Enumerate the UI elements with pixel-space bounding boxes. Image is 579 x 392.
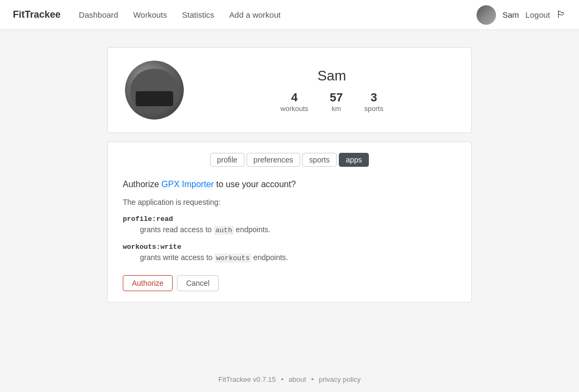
permission-workouts-write: workouts:write grants write access to wo… [123, 243, 456, 262]
profile-username: Sam [317, 68, 346, 84]
nav-workouts[interactable]: Workouts [132, 8, 168, 21]
stat-workouts: 4 workouts [280, 91, 308, 113]
requesting-text: The application is requesting: [123, 198, 456, 206]
nav-add-workout[interactable]: Add a workout [228, 8, 282, 21]
permission-name-1: workouts:write [123, 243, 456, 251]
nav-logout[interactable]: Logout [525, 10, 550, 19]
permission-name-0: profile:read [123, 215, 456, 223]
nav-avatar[interactable] [477, 5, 496, 25]
permission-profile-read: profile:read grants read access to auth … [123, 215, 456, 234]
stat-sports: 3 sports [365, 91, 383, 113]
visor [136, 91, 173, 106]
stat-km: 57 km [330, 91, 343, 113]
tabs-card: profile preferences sports apps Authoriz… [107, 142, 472, 302]
nav-dashboard[interactable]: Dashboard [78, 8, 119, 21]
tab-preferences[interactable]: preferences [247, 153, 300, 167]
nav-statistics[interactable]: Statistics [181, 8, 216, 21]
stat-workouts-value: 4 [291, 91, 298, 105]
tabs-row: profile preferences sports apps [121, 153, 458, 167]
footer: FitTrackee v0.7.15 • about • privacy pol… [0, 367, 579, 392]
brand-link[interactable]: FitTrackee [13, 9, 61, 20]
tab-apps[interactable]: apps [339, 153, 369, 167]
nav-avatar-img [477, 5, 496, 25]
cancel-button[interactable]: Cancel [177, 275, 219, 291]
stat-workouts-label: workouts [280, 105, 308, 113]
avatar-image [125, 61, 184, 120]
stat-sports-value: 3 [370, 91, 377, 105]
profile-stats: Sam 4 workouts 57 km 3 sports [210, 68, 454, 113]
navbar: FitTrackee Dashboard Workouts Statistics… [0, 0, 579, 30]
profile-avatar [125, 61, 184, 120]
authorize-button[interactable]: Authorize [123, 275, 173, 291]
navbar-right: Sam Logout 🏳 [477, 5, 566, 25]
stat-sports-label: sports [365, 105, 383, 113]
tab-sports[interactable]: sports [302, 153, 337, 167]
nav-username[interactable]: Sam [502, 10, 519, 19]
flag-icon: 🏳 [556, 9, 566, 20]
tab-profile[interactable]: profile [210, 153, 244, 167]
permission-desc-0: grants read access to auth endpoints. [123, 225, 456, 234]
authorize-title: Authorize GPX Importer to use your accou… [123, 180, 456, 189]
permission-desc-1: grants write access to workouts endpoint… [123, 253, 456, 262]
profile-card: Sam 4 workouts 57 km 3 sports [107, 47, 472, 133]
main-content: Sam 4 workouts 57 km 3 sports [0, 30, 579, 367]
stats-row: 4 workouts 57 km 3 sports [280, 91, 383, 113]
action-buttons: Authorize Cancel [123, 275, 456, 291]
authorize-section: Authorize GPX Importer to use your accou… [121, 180, 458, 291]
stat-km-value: 57 [330, 91, 343, 105]
stat-km-label: km [332, 105, 341, 113]
helmet-icon [130, 69, 179, 112]
